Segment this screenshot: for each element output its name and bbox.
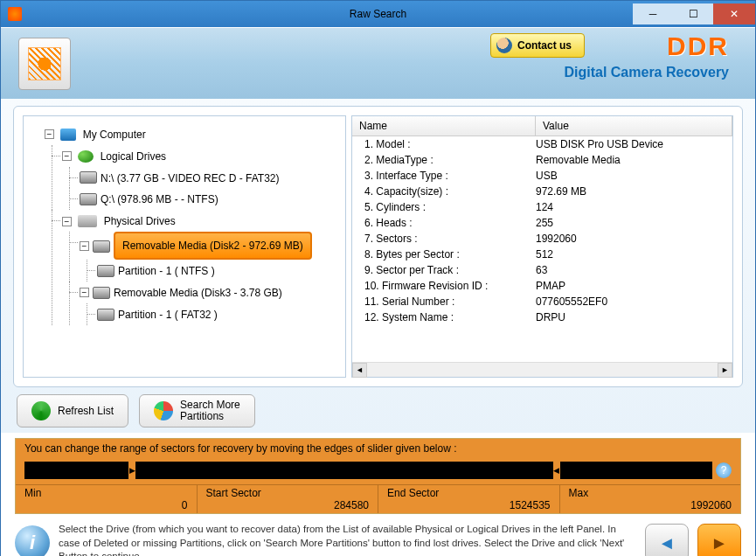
detail-name: 2. MediaType : — [352, 154, 536, 166]
detail-row[interactable]: 5. Cylinders :124 — [352, 199, 732, 215]
detail-value: 1992060 — [536, 233, 732, 245]
detail-value: 124 — [536, 201, 732, 213]
detail-row[interactable]: 12. System Name :DRPU — [352, 309, 732, 325]
maximize-button[interactable]: ☐ — [673, 3, 713, 24]
window-title: Raw Search — [350, 8, 406, 20]
refresh-label: Refresh List — [58, 405, 114, 417]
app-icon — [8, 7, 22, 21]
detail-name: 10. Firmware Revision ID : — [352, 280, 536, 292]
contact-label: Contact us — [517, 39, 572, 52]
detail-row[interactable]: 3. Interface Type :USB — [352, 168, 732, 184]
search-more-partitions-button[interactable]: Search More Partitions — [139, 394, 255, 427]
scroll-left-icon[interactable]: ◄ — [352, 363, 367, 378]
drive-node[interactable]: N:\ (3.77 GB - VIDEO REC D - FAT32) — [101, 171, 280, 184]
detail-row[interactable]: 9. Sector per Track :63 — [352, 262, 732, 278]
detail-value: 077605552EF0 — [536, 295, 732, 308]
info-text: Select the Drive (from which you want to… — [59, 523, 636, 556]
next-button[interactable]: ► — [697, 524, 741, 556]
details-panel: Name Value 1. Model :USB DISK Pro USB De… — [351, 115, 733, 378]
details-rows[interactable]: 1. Model :USB DISK Pro USB Device2. Medi… — [352, 136, 732, 362]
slider-end: End Sector1524535 — [378, 485, 560, 513]
detail-row[interactable]: 4. Capacity(size) :972.69 MB — [352, 184, 732, 199]
physical-drives-icon — [78, 215, 97, 227]
slider-handle-start[interactable]: ▶ — [128, 462, 136, 479]
slider-max: Max1992060 — [560, 485, 741, 513]
horizontal-scrollbar[interactable]: ◄ ► — [352, 362, 732, 377]
detail-name: 4. Capacity(size) : — [352, 185, 536, 198]
collapse-toggle[interactable]: − — [80, 241, 89, 251]
detail-name: 11. Serial Number : — [352, 295, 536, 308]
scroll-right-icon[interactable]: ► — [718, 363, 732, 378]
detail-value: PMAP — [536, 280, 732, 292]
detail-name: 3. Interface Type : — [352, 170, 536, 182]
refresh-list-button[interactable]: Refresh List — [17, 394, 128, 427]
person-icon — [496, 38, 512, 53]
detail-value: USB DISK Pro USB Device — [536, 138, 732, 150]
partition-icon — [97, 309, 114, 321]
detail-name: 1. Model : — [352, 138, 536, 150]
search-more-label: Search More Partitions — [180, 400, 240, 422]
detail-row[interactable]: 7. Sectors :1992060 — [352, 231, 732, 247]
column-value[interactable]: Value — [536, 116, 732, 136]
partition-node[interactable]: Partition - 1 ( FAT32 ) — [118, 309, 218, 321]
help-icon[interactable]: ? — [716, 462, 732, 478]
brand-logo: DDR — [667, 31, 729, 61]
detail-value: 512 — [536, 248, 732, 261]
close-button[interactable]: ✕ — [713, 3, 755, 24]
drive-icon — [80, 171, 97, 184]
partition-icon — [97, 265, 114, 277]
physical-drives-node[interactable]: Physical Drives — [104, 215, 176, 227]
logical-drives-icon — [78, 150, 94, 163]
drive-tree[interactable]: − My Computer − Logical Drives N:\ (3.77… — [23, 115, 346, 378]
detail-row[interactable]: 1. Model :USB DISK Pro USB Device — [352, 136, 732, 152]
brand-subtitle: Digital Camera Recovery — [564, 65, 729, 80]
slider-start: Start Sector284580 — [198, 485, 379, 513]
detail-value: DRPU — [536, 311, 732, 323]
info-icon: i — [15, 525, 50, 556]
partition-node[interactable]: Partition - 1 ( NTFS ) — [118, 265, 215, 277]
logical-drives-node[interactable]: Logical Drives — [101, 150, 166, 163]
contact-us-button[interactable]: Contact us — [490, 33, 585, 58]
detail-row[interactable]: 8. Bytes per Sector :512 — [352, 247, 732, 262]
detail-row[interactable]: 2. MediaType :Removable Media — [352, 152, 732, 168]
back-button[interactable]: ◄ — [645, 524, 689, 556]
titlebar: Raw Search ─ ☐ ✕ — [1, 1, 755, 27]
collapse-toggle[interactable]: − — [80, 288, 89, 297]
detail-row[interactable]: 11. Serial Number :077605552EF0 — [352, 294, 732, 309]
detail-value: 63 — [536, 264, 732, 276]
sector-range-slider: You can change the range of sectors for … — [15, 438, 741, 514]
collapse-toggle[interactable]: − — [62, 151, 72, 161]
partition-icon — [154, 401, 173, 420]
drive-node[interactable]: Q:\ (978.96 MB - - NTFS) — [101, 193, 218, 205]
detail-name: 6. Heads : — [352, 217, 536, 229]
disk-icon — [93, 240, 110, 253]
detail-row[interactable]: 10. Firmware Revision ID :PMAP — [352, 278, 732, 294]
detail-value: 972.69 MB — [536, 185, 732, 198]
slider-handle-end[interactable]: ◀ — [552, 462, 561, 479]
detail-row[interactable]: 6. Heads :255 — [352, 215, 732, 231]
slider-hint: You can change the range of sectors for … — [16, 439, 740, 458]
refresh-icon — [31, 401, 51, 420]
detail-value: USB — [536, 170, 732, 182]
drive-node-selected[interactable]: Removable Media (Disk2 - 972.69 MB) — [114, 232, 312, 260]
detail-name: 9. Sector per Track : — [352, 264, 536, 276]
drive-node[interactable]: Removable Media (Disk3 - 3.78 GB) — [114, 287, 282, 299]
detail-name: 5. Cylinders : — [352, 201, 536, 213]
disk-icon — [93, 287, 110, 299]
detail-value: 255 — [536, 217, 732, 229]
detail-value: Removable Media — [536, 154, 732, 166]
detail-name: 8. Bytes per Sector : — [352, 248, 536, 261]
slider-min: Min0 — [16, 485, 198, 513]
collapse-toggle[interactable]: − — [45, 129, 54, 139]
slider-track[interactable]: ▶ ◀ — [24, 462, 712, 479]
tree-root[interactable]: My Computer — [83, 129, 146, 141]
drive-icon — [80, 193, 97, 205]
detail-name: 12. System Name : — [352, 311, 536, 323]
app-logo — [18, 38, 71, 90]
collapse-toggle[interactable]: − — [62, 217, 72, 226]
minimize-button[interactable]: ─ — [633, 3, 673, 24]
header-banner: Contact us DDR Digital Camera Recovery — [1, 27, 755, 99]
detail-name: 7. Sectors : — [352, 233, 536, 245]
computer-icon — [60, 129, 76, 141]
column-name[interactable]: Name — [352, 116, 536, 136]
